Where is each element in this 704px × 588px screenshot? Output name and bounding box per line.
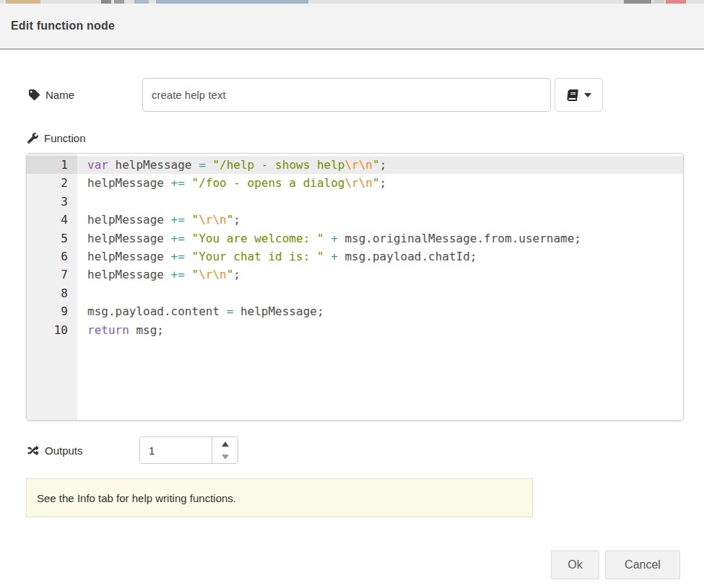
- spinner-up-button[interactable]: [212, 437, 238, 450]
- ok-button[interactable]: Ok: [551, 550, 599, 579]
- gutter-line-number: 3: [27, 193, 77, 211]
- function-label: Function: [27, 131, 86, 146]
- code-line: return msg;: [77, 321, 683, 339]
- gutter-line-number: 2: [27, 174, 77, 192]
- editor-gutter: 12345678910: [27, 154, 77, 420]
- tag-icon: [29, 89, 40, 100]
- arrow-down-icon: [222, 455, 229, 460]
- code-line: [77, 193, 683, 211]
- function-label-text: Function: [44, 132, 86, 144]
- dialog-header: Edit function node: [0, 4, 704, 50]
- gutter-line-number: 6: [27, 247, 77, 266]
- cancel-button[interactable]: Cancel: [605, 550, 680, 579]
- spinner-down-button[interactable]: [212, 450, 238, 463]
- outputs-label: Outputs: [27, 436, 83, 464]
- form-tip: See the Info tab for help writing functi…: [26, 478, 533, 517]
- dialog-title: Edit function node: [11, 19, 115, 32]
- wrench-icon: [27, 133, 38, 144]
- code-line: helpMessage += "\r\n";: [77, 266, 683, 284]
- gutter-line-number: 7: [27, 266, 77, 284]
- gutter-line-number: 8: [27, 284, 77, 302]
- outputs-label-text: Outputs: [45, 444, 83, 457]
- book-icon: [566, 89, 579, 101]
- gutter-line-number: 5: [27, 229, 77, 247]
- spinner-buttons: [212, 437, 238, 463]
- gutter-line-number: 1: [27, 156, 77, 174]
- gutter-line-number: 9: [27, 302, 77, 320]
- gutter-line-number: 4: [27, 211, 77, 229]
- shuffle-icon: [27, 445, 39, 456]
- outputs-spinner: [139, 436, 238, 464]
- code-line: helpMessage += "\r\n";: [77, 211, 683, 229]
- code-line: [77, 284, 683, 302]
- code-line: var helpMessage = "/help - shows help\r\…: [77, 156, 683, 174]
- form-tip-text: See the Info tab for help writing functi…: [37, 492, 236, 504]
- library-button[interactable]: [555, 78, 603, 112]
- function-code-editor[interactable]: 12345678910 var helpMessage = "/help - s…: [26, 153, 684, 421]
- gutter-line-number: 10: [27, 321, 77, 339]
- code-line: helpMessage += "Your chat id is: " + msg…: [77, 247, 683, 266]
- outputs-input[interactable]: [140, 437, 212, 463]
- name-input[interactable]: [142, 78, 551, 112]
- chevron-down-icon: [584, 93, 591, 97]
- code-line: msg.payload.content = helpMessage;: [77, 302, 683, 320]
- name-label: Name: [29, 78, 74, 112]
- name-label-text: Name: [45, 89, 74, 101]
- editor-code-area: var helpMessage = "/help - shows help\r\…: [77, 154, 683, 420]
- code-line: helpMessage += "/foo - opens a dialog\r\…: [77, 174, 683, 192]
- code-line: helpMessage += "You are welcome: " + msg…: [77, 229, 683, 247]
- arrow-up-icon: [222, 442, 229, 447]
